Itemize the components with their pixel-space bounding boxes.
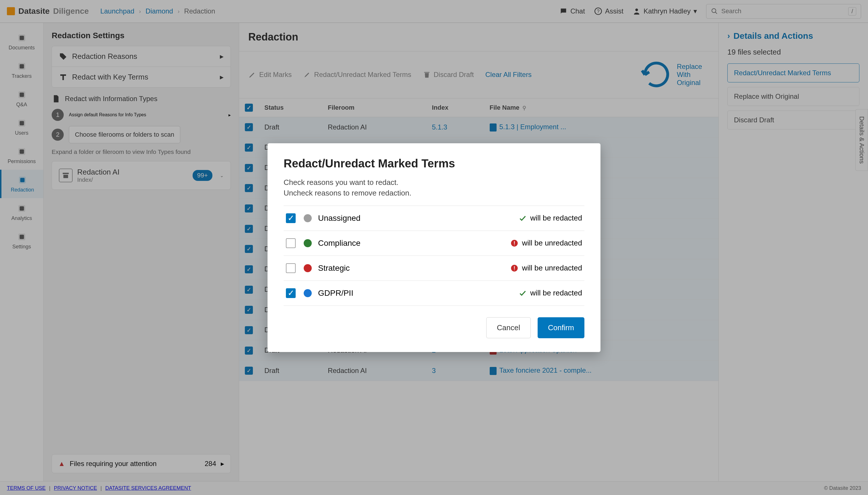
alert-icon: [510, 264, 518, 272]
svg-rect-23: [514, 244, 515, 245]
reason-checkbox[interactable]: [286, 263, 296, 273]
modal-actions: Cancel Confirm: [283, 317, 585, 338]
reason-list: ✓Unassignedwill be redactedCompliancewil…: [283, 206, 585, 306]
reason-status: will be redacted: [519, 214, 582, 223]
reason-label: Compliance: [318, 239, 361, 248]
confirm-button[interactable]: Confirm: [538, 317, 585, 338]
check-icon: [519, 214, 527, 222]
modal-line-2: Uncheck reasons to remove redaction.: [283, 189, 585, 198]
reason-label: Unassigned: [318, 214, 361, 223]
svg-rect-22: [514, 241, 515, 244]
reason-color-dot: [304, 214, 312, 222]
reason-status: will be unredacted: [510, 263, 582, 272]
cancel-button[interactable]: Cancel: [486, 317, 531, 338]
reason-label: GDPR/PII: [318, 289, 353, 298]
redact-unredact-modal: Redact/Unredact Marked Terms Check reaso…: [267, 143, 601, 352]
svg-rect-26: [514, 269, 515, 270]
alert-icon: [510, 239, 518, 247]
reason-checkbox[interactable]: ✓: [286, 213, 296, 223]
reason-status: will be unredacted: [510, 239, 582, 248]
reason-status: will be redacted: [519, 289, 582, 297]
reason-color-dot: [304, 264, 312, 272]
reason-color-dot: [304, 239, 312, 247]
reason-row: Compliancewill be unredacted: [283, 231, 585, 256]
reason-checkbox[interactable]: [286, 238, 296, 248]
reason-label: Strategic: [318, 263, 350, 273]
reason-row: ✓GDPR/PIIwill be redacted: [283, 280, 585, 306]
modal-overlay[interactable]: Redact/Unredact Marked Terms Check reaso…: [0, 0, 868, 495]
modal-line-1: Check reasons you want to redact.: [283, 178, 585, 187]
reason-row: Strategicwill be unredacted: [283, 256, 585, 280]
reason-row: ✓Unassignedwill be redacted: [283, 206, 585, 231]
reason-checkbox[interactable]: ✓: [286, 288, 296, 298]
check-icon: [519, 289, 527, 297]
reason-color-dot: [304, 289, 312, 297]
svg-rect-25: [514, 266, 515, 269]
modal-title: Redact/Unredact Marked Terms: [283, 157, 585, 170]
